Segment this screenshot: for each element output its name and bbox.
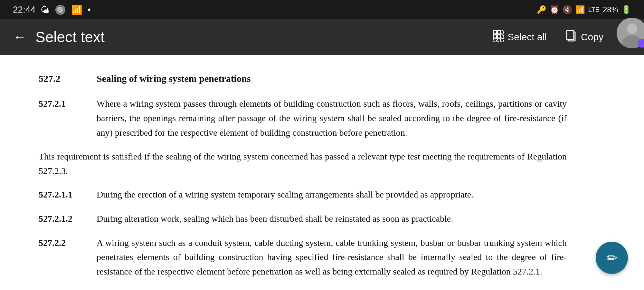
select-all-icon [493,30,504,44]
paragraph-1-text: This requirement is satisfied if the sea… [39,151,567,176]
section-527-2-1-1-text: During the erection of a wiring system t… [97,188,567,202]
svg-rect-10 [567,31,574,40]
section-527-2-1-2-number: 527.2.1.2 [39,212,77,226]
svg-rect-5 [500,35,504,38]
back-button[interactable]: ← [13,29,26,45]
key-icon: 🔑 [537,5,546,14]
section-527-2-2-number: 527.2.2 [39,236,77,279]
copy-button[interactable]: Copy [563,26,607,48]
alarm-icon: ⏰ [550,5,559,14]
copy-label: Copy [581,32,603,43]
mute-icon: 🔇 [563,5,572,14]
edit-icon: ✏ [606,250,618,266]
battery-display: 28% [603,5,618,14]
svg-rect-8 [500,38,504,42]
avatar-badge [638,39,644,48]
section-527-2-title: Sealing of wiring system penetrations [97,71,251,86]
section-527-2-2: 527.2.2 A wiring system such as a condui… [39,236,567,279]
status-right: 🔑 ⏰ 🔇 📶 LTE 28% 🔋 [537,5,631,14]
wifi-icon: 📶 [575,5,585,14]
section-527-2-1: 527.2.1 Where a wiring system passes thr… [39,97,567,140]
status-bar: 22:44 🌤 🔘 📶 • 🔑 ⏰ 🔇 📶 LTE 28% 🔋 [0,0,644,19]
select-all-button[interactable]: Select all [489,27,550,47]
section-527-2-1-2-text: During alteration work, sealing which ha… [97,212,567,226]
back-arrow-icon: ← [13,29,26,45]
section-527-2-1-text: Where a wiring system passes through ele… [97,97,567,140]
section-527-2-1-1-number: 527.2.1.1 [39,188,77,202]
svg-rect-0 [493,31,497,34]
action-buttons: Select all Copy [489,25,631,50]
svg-rect-6 [493,38,497,42]
svg-rect-3 [493,35,497,38]
section-527-2-number: 527.2 [39,71,77,86]
select-all-label: Select all [507,32,547,43]
paragraph-1: This requirement is satisfied if the sea… [39,150,567,179]
fab-edit-button[interactable]: ✏ [596,242,628,274]
section-527-2-1-number: 527.2.1 [39,97,77,140]
dot-indicator: • [88,5,91,15]
section-527-2-1-1: 527.2.1.1 During the erection of a wirin… [39,188,567,202]
section-527-2-2-text: A wiring system such as a conduit system… [97,236,567,279]
document-content: 527.2 Sealing of wiring system penetrati… [0,55,599,290]
sun-icon: 🌤 [41,5,50,15]
time-display: 22:44 [13,5,35,15]
copy-icon [566,29,578,45]
battery-icon: 🔋 [621,5,631,14]
section-527-2-heading: 527.2 Sealing of wiring system penetrati… [39,71,567,86]
signal-icon: 📶 [71,5,82,15]
paragraph-2: This requirement is satisfied if the sea… [39,289,567,290]
avatar-wrapper[interactable] [617,18,644,48]
notification-icon: 🔘 [55,5,66,15]
action-bar: ← Select text Select all [0,19,644,55]
section-527-2-1-2: 527.2.1.2 During alteration work, sealin… [39,212,567,226]
document-area: 527.2 Sealing of wiring system penetrati… [0,55,644,290]
status-left: 22:44 🌤 🔘 📶 • [13,5,91,15]
page-title: Select text [35,28,489,46]
svg-rect-2 [500,31,504,34]
lte-icon: LTE [588,6,600,14]
